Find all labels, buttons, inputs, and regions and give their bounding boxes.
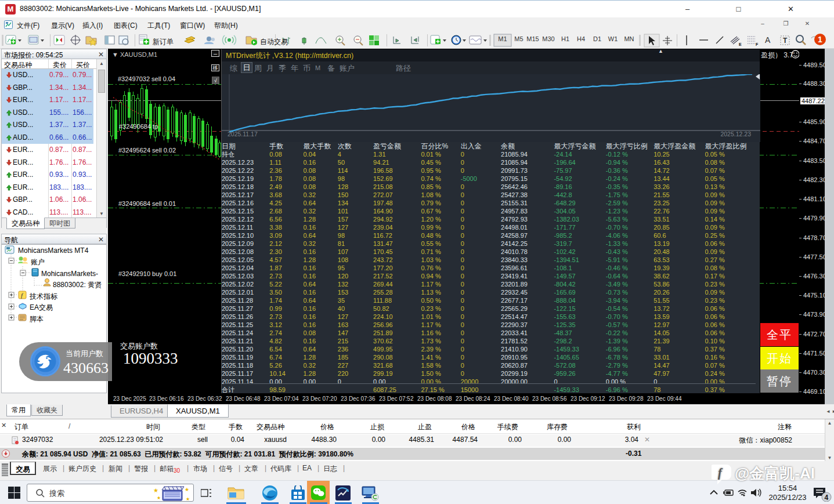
svg-text:E: E	[739, 42, 742, 46]
svg-text:4: 4	[825, 494, 829, 502]
svg-text:A: A	[765, 35, 771, 45]
svg-text:★: ★	[157, 495, 161, 501]
svg-text:★: ★	[186, 496, 190, 502]
svg-text:F: F	[756, 42, 759, 46]
svg-text:T: T	[783, 37, 788, 45]
svg-text:1: 1	[818, 35, 822, 44]
svg-text:★: ★	[153, 487, 158, 494]
svg-text:★: ★	[185, 487, 189, 492]
